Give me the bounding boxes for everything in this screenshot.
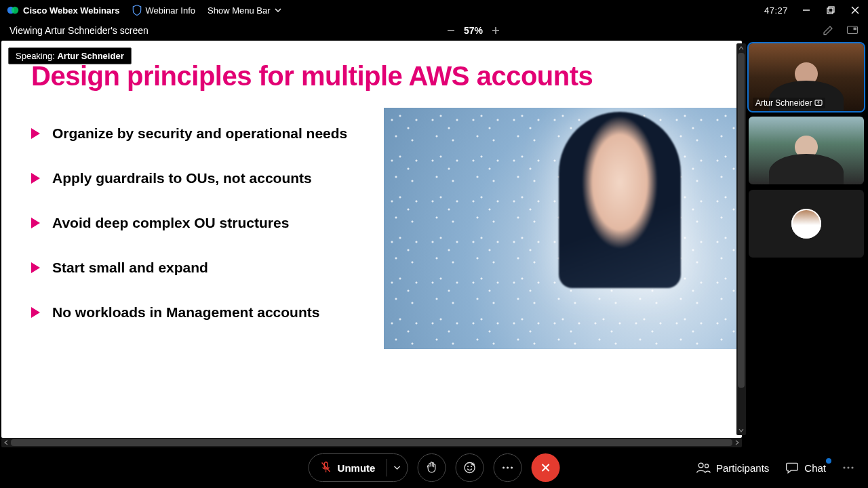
video-tile-name: Artur Schneider [753,98,825,108]
mic-muted-icon [320,461,332,474]
chat-panel-button[interactable]: Chat [785,461,826,474]
viewing-screen-label: Viewing Artur Schneider's screen [9,25,149,36]
video-tile[interactable] [749,190,864,258]
svg-point-27 [705,464,708,468]
participants-label: Participants [716,462,769,474]
speaking-name: Artur Schneider [57,51,123,61]
unmute-label: Unmute [338,462,376,474]
vertical-scrollbar[interactable] [736,43,746,435]
window-minimize-button[interactable] [800,4,812,16]
annotate-button[interactable] [822,24,834,37]
raise-hand-icon [425,461,437,474]
svg-point-26 [698,463,703,468]
participant-video-strip: Artur Schneider [746,41,868,447]
maximize-icon [827,6,835,14]
chevron-down-icon [275,8,281,12]
bullet-triangle-icon [31,307,40,318]
chat-notification-dot [826,458,831,464]
reactions-button[interactable] [455,453,484,482]
bullet-triangle-icon [31,218,40,228]
pencil-icon [822,24,834,37]
smiley-icon [462,461,476,474]
pop-out-button[interactable] [846,25,859,36]
horizontal-scrollbar[interactable] [1,438,742,447]
more-horizontal-icon [842,466,854,470]
show-menu-bar-button[interactable]: Show Menu Bar [208,5,281,16]
minus-icon [446,26,456,35]
webinar-info-button[interactable]: Webinar Info [132,5,195,16]
svg-point-22 [507,466,509,468]
panel-options-button[interactable] [842,466,854,470]
svg-point-23 [511,466,513,468]
meeting-controls-bar: Unmute [0,447,868,488]
zoom-value: 57% [464,25,483,36]
video-tile[interactable] [749,117,864,184]
chat-label: Chat [804,462,826,474]
unmute-button[interactable]: Unmute [309,453,408,482]
window-close-button[interactable] [849,4,861,16]
svg-point-28 [843,466,845,468]
svg-rect-3 [827,8,833,14]
svg-point-18 [471,466,472,467]
webinar-info-label: Webinar Info [146,5,195,16]
zoom-in-button[interactable] [491,26,500,35]
slide-bullet-list: Organize by security and operational nee… [31,108,384,349]
slide-bullet: Avoid deep complex OU structures [31,215,384,231]
slide-bullet: No workloads in Management accounts [31,304,384,321]
bullet-text: Organize by security and operational nee… [52,125,347,142]
minimize-icon [802,6,810,14]
title-bar: Cisco Webex Webinars Webinar Info Show M… [0,0,868,20]
slide-bullet: Start small and expand [31,260,384,276]
bullet-text: No workloads in Management accounts [52,304,319,321]
chevron-down-icon [393,466,400,470]
svg-point-29 [847,466,849,468]
participants-icon [696,461,711,474]
svg-point-17 [467,466,469,467]
speaking-prefix: Speaking: [16,51,55,61]
slide-bullet: Apply guardrails to OUs, not accounts [31,170,384,186]
more-options-button[interactable] [493,453,521,482]
audio-options-chevron[interactable] [393,466,400,470]
window-maximize-button[interactable] [825,4,837,16]
raise-hand-button[interactable] [417,453,446,482]
pop-out-icon [846,25,859,36]
scroll-left-arrow-icon[interactable] [1,438,11,447]
svg-point-30 [851,466,853,468]
share-info-bar: Viewing Artur Schneider's screen 57% [0,20,868,41]
svg-rect-11 [854,28,857,30]
app-brand: Cisco Webex Webinars [7,4,120,16]
scroll-right-arrow-icon[interactable] [732,438,742,447]
plus-icon [491,26,500,35]
svg-rect-4 [829,7,834,12]
shield-icon [132,5,142,16]
zoom-controls: 57% [446,25,500,36]
bullet-triangle-icon [31,173,40,184]
screen-share-icon [814,100,823,106]
menu-bar-label: Show Menu Bar [208,5,271,16]
svg-point-1 [12,7,19,14]
elapsed-time: 47:27 [764,5,788,16]
slide-bullet: Organize by security and operational nee… [31,125,384,142]
svg-point-21 [502,466,505,468]
scrollbar-thumb[interactable] [11,439,732,446]
participants-panel-button[interactable]: Participants [696,461,769,474]
close-icon [540,462,551,473]
close-icon [851,6,859,14]
slide-image [384,108,742,349]
bullet-text: Avoid deep complex OU structures [52,215,289,231]
bullet-text: Start small and expand [52,260,208,276]
zoom-out-button[interactable] [446,26,456,35]
bullet-triangle-icon [31,262,40,273]
chat-icon [785,461,799,474]
presentation-slide: Design principles for multiple AWS accou… [1,41,742,438]
speaking-now-badge: Speaking: Artur Schneider [8,47,132,64]
leave-meeting-button[interactable] [531,453,559,482]
webex-logo-icon [7,4,19,16]
bullet-triangle-icon [31,128,40,139]
shared-screen-area: Design principles for multiple AWS accou… [0,41,746,447]
scroll-up-arrow-icon[interactable] [736,43,746,53]
scroll-down-arrow-icon[interactable] [736,426,746,435]
bullet-text: Apply guardrails to OUs, not accounts [52,170,312,186]
video-tile-active-speaker[interactable]: Artur Schneider [749,43,864,111]
scrollbar-thumb[interactable] [738,53,745,388]
